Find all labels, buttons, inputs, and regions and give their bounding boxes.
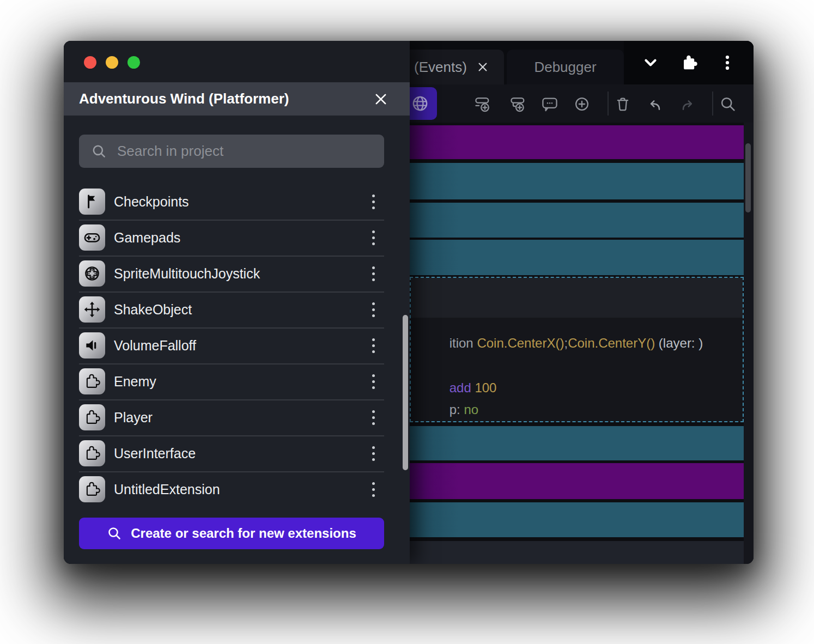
undo-icon[interactable] xyxy=(646,95,664,113)
item-menu-kebab-icon[interactable] xyxy=(362,227,384,248)
list-item-checkpoints[interactable]: Checkpoints xyxy=(64,184,410,220)
item-menu-kebab-icon[interactable] xyxy=(362,191,384,212)
circle-plus-icon[interactable] xyxy=(573,95,591,113)
minimize-traffic-light[interactable] xyxy=(106,56,118,69)
speaker-icon xyxy=(79,332,105,359)
item-menu-kebab-icon[interactable] xyxy=(362,442,384,464)
macos-titlebar xyxy=(64,41,410,82)
extensions-puzzle-icon[interactable] xyxy=(677,51,701,75)
item-label: UntitledExtension xyxy=(114,471,220,507)
item-label: Enemy xyxy=(114,363,156,399)
event-row[interactable] xyxy=(410,240,744,275)
events-sheet: ition Coin.CenterX();Coin.CenterY() (lay… xyxy=(410,123,754,564)
item-menu-kebab-icon[interactable] xyxy=(362,335,384,356)
redo-icon[interactable] xyxy=(678,95,697,113)
add-subevent-icon[interactable] xyxy=(509,95,527,113)
item-label: Gamepads xyxy=(114,220,180,256)
item-label: Checkpoints xyxy=(114,184,189,220)
extensions-list: Checkpoints Gamepads xyxy=(64,184,410,507)
selected-event-block[interactable]: ition Coin.CenterX();Coin.CenterY() (lay… xyxy=(410,277,744,422)
search-icon xyxy=(91,143,107,160)
event-row[interactable] xyxy=(410,502,744,537)
panel-scrollbar-thumb[interactable] xyxy=(403,315,408,470)
list-item-shakeobject[interactable]: ShakeObject xyxy=(64,291,410,327)
close-icon[interactable] xyxy=(373,91,389,107)
add-event-icon[interactable] xyxy=(473,95,492,113)
event-conditions-area xyxy=(411,278,743,318)
item-label: VolumeFalloff xyxy=(114,327,196,363)
joystick-icon xyxy=(79,260,105,287)
panel-title: Adventurous Wind (Platformer) xyxy=(79,90,289,107)
event-row[interactable] xyxy=(410,163,744,199)
add-comment-icon[interactable] xyxy=(540,95,559,113)
item-label: ShakeObject xyxy=(114,291,192,327)
toolbar-divider xyxy=(712,92,713,116)
create-extension-label: Create or search for new extensions xyxy=(131,526,356,541)
search-input[interactable] xyxy=(116,142,358,160)
tab-debugger-label: Debugger xyxy=(534,59,596,76)
toolbar-divider xyxy=(608,92,609,116)
create-extension-button[interactable]: Create or search for new extensions xyxy=(79,518,384,549)
list-item-untitledextension[interactable]: UntitledExtension xyxy=(64,471,410,507)
list-item-spritemultitouchjoystick[interactable]: SpriteMultitouchJoystick xyxy=(64,256,410,291)
app-window: (Events) Debugger xyxy=(64,41,754,564)
list-item-enemy[interactable]: Enemy xyxy=(64,363,410,399)
delete-trash-icon[interactable] xyxy=(613,95,632,113)
search-events-icon[interactable] xyxy=(719,95,737,113)
project-search xyxy=(79,135,384,168)
event-action-text: ition Coin.CenterX();Coin.CenterY() (lay… xyxy=(413,320,703,366)
item-label: SpriteMultitouchJoystick xyxy=(114,256,260,291)
panel-header: Adventurous Wind (Platformer) xyxy=(64,82,410,116)
gamepad-icon xyxy=(79,224,105,251)
window-controls xyxy=(624,41,754,84)
more-menu-kebab-icon[interactable] xyxy=(715,51,739,75)
item-menu-kebab-icon[interactable] xyxy=(362,406,384,428)
item-menu-kebab-icon[interactable] xyxy=(362,370,384,392)
item-menu-kebab-icon[interactable] xyxy=(362,299,384,320)
event-row[interactable] xyxy=(410,203,744,238)
tab-debugger[interactable]: Debugger xyxy=(507,50,624,84)
tab-events-label: (Events) xyxy=(414,59,467,76)
list-item-userinterface[interactable]: UserInterface xyxy=(64,435,410,471)
tab-close-icon[interactable] xyxy=(476,60,490,74)
chevron-down-icon[interactable] xyxy=(639,51,663,75)
puzzle-icon xyxy=(79,404,105,430)
event-row[interactable] xyxy=(410,463,744,499)
list-item-player[interactable]: Player xyxy=(64,399,410,435)
puzzle-icon xyxy=(79,440,105,466)
maximize-traffic-light[interactable] xyxy=(127,56,140,69)
item-menu-kebab-icon[interactable] xyxy=(362,263,384,284)
events-scrollbar-thumb[interactable] xyxy=(745,143,751,212)
event-row[interactable] xyxy=(410,125,744,159)
item-menu-kebab-icon[interactable] xyxy=(362,478,384,500)
events-editor: (Events) Debugger xyxy=(410,41,754,564)
flag-icon xyxy=(79,189,105,215)
search-icon xyxy=(107,526,122,541)
move-arrows-icon xyxy=(79,296,105,323)
close-traffic-light[interactable] xyxy=(84,56,96,69)
tab-bar: (Events) Debugger xyxy=(410,41,754,84)
tab-events[interactable]: (Events) xyxy=(410,50,504,84)
list-item-gamepads[interactable]: Gamepads xyxy=(64,220,410,256)
list-item-volumefalloff[interactable]: VolumeFalloff xyxy=(64,327,410,363)
item-label: Player xyxy=(114,399,153,435)
item-label: UserInterface xyxy=(114,435,196,471)
puzzle-icon xyxy=(79,476,105,502)
puzzle-icon xyxy=(79,368,105,394)
extensions-panel: Adventurous Wind (Platformer) Checkpoint… xyxy=(64,41,410,564)
events-toolbar xyxy=(410,84,754,123)
event-row[interactable] xyxy=(410,426,744,460)
